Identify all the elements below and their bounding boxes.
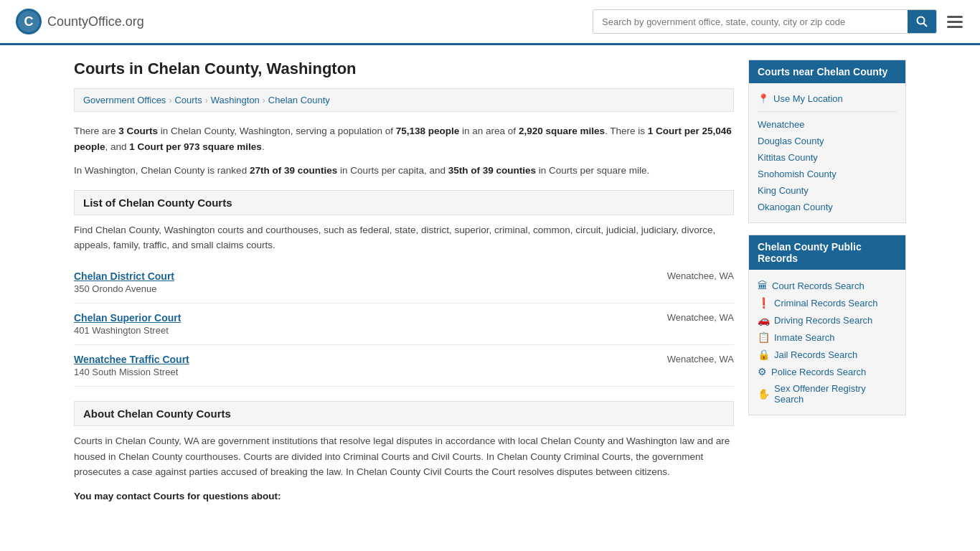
intro-paragraph-2: In Washington, Chelan County is ranked 2…: [74, 163, 734, 179]
court-records-link[interactable]: 🏛 Court Records Search: [758, 277, 897, 294]
court-name-2[interactable]: Chelan Superior Court: [74, 312, 181, 324]
menu-button[interactable]: [944, 13, 966, 31]
svg-line-4: [924, 24, 928, 27]
about-section-header: About Chelan County Courts: [74, 401, 734, 426]
nearby-link-king[interactable]: King County: [758, 182, 897, 199]
about-text: Courts in Chelan County, WA are governme…: [74, 433, 734, 480]
list-section-header: List of Chelan County Courts: [74, 190, 734, 215]
court-city-2: Wenatchee, WA: [667, 312, 734, 323]
search-button[interactable]: [908, 10, 936, 33]
court-info-2: Chelan Superior Court 401 Washington Str…: [74, 312, 181, 336]
nearby-link-snohomish[interactable]: Snohomish County: [758, 166, 897, 182]
court-info-3: Wenatchee Traffic Court 140 South Missio…: [74, 354, 189, 377]
sex-offender-link[interactable]: ✋ Sex Offender Registry Search: [758, 380, 897, 408]
breadcrumb-link-chelan[interactable]: Chelan County: [268, 95, 330, 105]
page-title: Courts in Chelan County, Washington: [74, 60, 734, 78]
breadcrumb: Government Offices › Courts › Washington…: [74, 88, 734, 112]
search-icon: [916, 16, 928, 27]
nearby-section: Courts near Chelan County 📍 Use My Locat…: [748, 60, 906, 223]
breadcrumb-sep-3: ›: [263, 95, 265, 105]
court-address-3: 140 South Mission Street: [74, 367, 189, 377]
court-item-1: Chelan District Court 350 Orondo Avenue …: [74, 262, 734, 303]
inmate-search-icon: 📋: [758, 331, 770, 343]
sidebar: Courts near Chelan County 📍 Use My Locat…: [748, 60, 906, 512]
records-section: Chelan County Public Records 🏛 Court Rec…: [748, 235, 906, 415]
nearby-link-wenatchee[interactable]: Wenatchee: [758, 116, 897, 133]
svg-text:C: C: [24, 14, 34, 29]
sex-offender-icon: ✋: [758, 388, 770, 400]
driving-records-link[interactable]: 🚗 Driving Records Search: [758, 311, 897, 329]
court-item-2: Chelan Superior Court 401 Washington Str…: [74, 303, 734, 345]
main-container: Courts in Chelan County, Washington Gove…: [60, 45, 920, 527]
location-icon: 📍: [758, 93, 769, 104]
breadcrumb-sep-2: ›: [205, 95, 208, 105]
jail-records-icon: 🔒: [758, 349, 770, 360]
court-info-1: Chelan District Court 350 Orondo Avenue: [74, 270, 174, 294]
search-bar: [593, 9, 937, 34]
court-city-1: Wenatchee, WA: [667, 270, 734, 281]
list-description: Find Chelan County, Washington courts an…: [74, 222, 734, 253]
logo-icon: C: [14, 7, 43, 36]
court-city-3: Wenatchee, WA: [667, 354, 734, 364]
court-address-2: 401 Washington Street: [74, 325, 181, 336]
hamburger-icon: [947, 16, 963, 28]
court-records-icon: 🏛: [758, 280, 768, 291]
divider-1: [758, 111, 897, 112]
court-name-1[interactable]: Chelan District Court: [74, 270, 174, 282]
records-header: Chelan County Public Records: [749, 235, 905, 270]
court-item-row-3: Wenatchee Traffic Court 140 South Missio…: [74, 354, 734, 377]
breadcrumb-link-gov[interactable]: Government Offices: [83, 95, 166, 105]
svg-point-3: [918, 17, 925, 24]
inmate-search-link[interactable]: 📋 Inmate Search: [758, 329, 897, 346]
jail-records-link[interactable]: 🔒 Jail Records Search: [758, 346, 897, 363]
nearby-link-kittitas[interactable]: Kittitas County: [758, 149, 897, 166]
records-body: 🏛 Court Records Search ❗ Criminal Record…: [749, 270, 905, 415]
criminal-records-link[interactable]: ❗ Criminal Records Search: [758, 294, 897, 311]
breadcrumb-sep-1: ›: [169, 95, 171, 105]
criminal-records-icon: ❗: [758, 297, 770, 309]
court-name-3[interactable]: Wenatchee Traffic Court: [74, 354, 189, 365]
nearby-link-okanogan[interactable]: Okanogan County: [758, 199, 897, 215]
intro-paragraph-1: There are 3 Courts in Chelan County, Was…: [74, 123, 734, 154]
search-input[interactable]: [593, 11, 908, 33]
nearby-link-douglas[interactable]: Douglas County: [758, 133, 897, 149]
court-item-row-1: Chelan District Court 350 Orondo Avenue …: [74, 270, 734, 294]
contact-header: You may contact Courts for questions abo…: [74, 489, 734, 504]
breadcrumb-link-courts[interactable]: Courts: [174, 95, 202, 105]
police-records-link[interactable]: ⚙ Police Records Search: [758, 363, 897, 380]
court-item-3: Wenatchee Traffic Court 140 South Missio…: [74, 345, 734, 387]
police-records-icon: ⚙: [758, 366, 767, 377]
use-my-location-link[interactable]: 📍 Use My Location: [758, 90, 897, 107]
nearby-body: 📍 Use My Location Wenatchee Douglas Coun…: [749, 83, 905, 222]
site-header: C CountyOffice.org: [0, 0, 980, 45]
main-content: Courts in Chelan County, Washington Gove…: [74, 60, 734, 512]
logo[interactable]: C CountyOffice.org: [14, 7, 144, 36]
nearby-header: Courts near Chelan County: [749, 60, 905, 83]
breadcrumb-link-washington[interactable]: Washington: [211, 95, 260, 105]
header-controls: [593, 9, 966, 34]
court-item-row-2: Chelan Superior Court 401 Washington Str…: [74, 312, 734, 336]
driving-records-icon: 🚗: [758, 314, 770, 326]
court-address-1: 350 Orondo Avenue: [74, 283, 174, 294]
logo-text: CountyOffice.org: [47, 14, 144, 29]
